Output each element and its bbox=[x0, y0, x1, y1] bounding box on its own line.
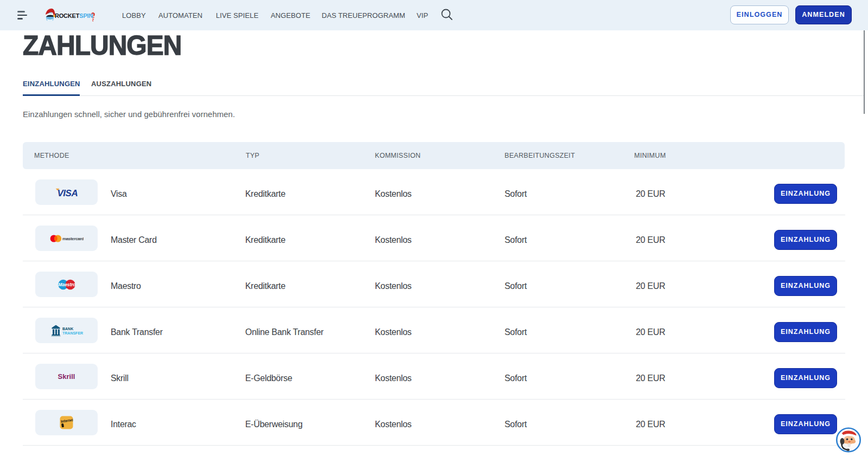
svg-text:BANK: BANK bbox=[62, 326, 73, 330]
svg-text:TRANSFER: TRANSFER bbox=[62, 331, 83, 334]
svg-text:Maestro: Maestro bbox=[58, 282, 75, 287]
svg-text:VISA: VISA bbox=[57, 188, 78, 198]
svg-text:mastercard: mastercard bbox=[62, 236, 84, 241]
